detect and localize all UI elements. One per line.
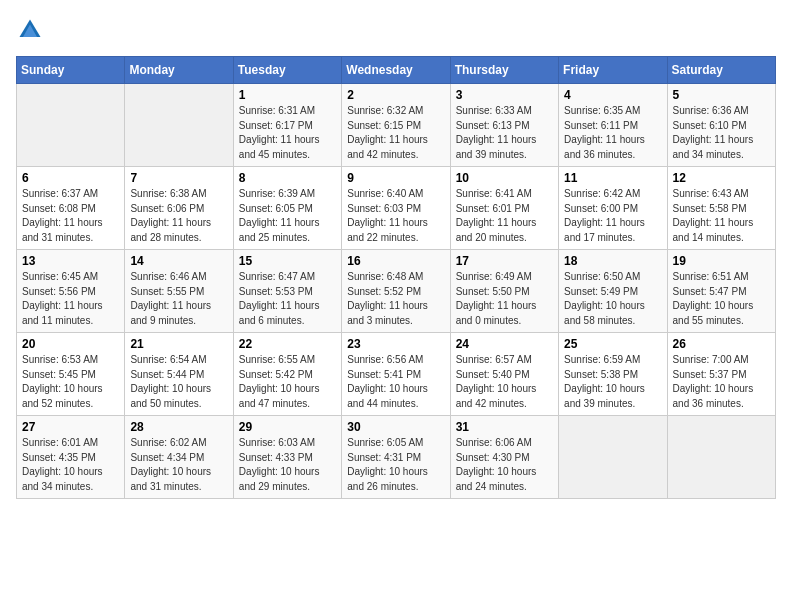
week-row-2: 6Sunrise: 6:37 AM Sunset: 6:08 PM Daylig…: [17, 167, 776, 250]
calendar-cell: 25Sunrise: 6:59 AM Sunset: 5:38 PM Dayli…: [559, 333, 667, 416]
day-number: 24: [456, 337, 553, 351]
weekday-thursday: Thursday: [450, 57, 558, 84]
day-info: Sunrise: 6:53 AM Sunset: 5:45 PM Dayligh…: [22, 353, 119, 411]
day-info: Sunrise: 6:54 AM Sunset: 5:44 PM Dayligh…: [130, 353, 227, 411]
day-info: Sunrise: 6:01 AM Sunset: 4:35 PM Dayligh…: [22, 436, 119, 494]
day-number: 19: [673, 254, 770, 268]
weekday-friday: Friday: [559, 57, 667, 84]
day-number: 28: [130, 420, 227, 434]
day-info: Sunrise: 6:57 AM Sunset: 5:40 PM Dayligh…: [456, 353, 553, 411]
day-info: Sunrise: 6:55 AM Sunset: 5:42 PM Dayligh…: [239, 353, 336, 411]
calendar-header: SundayMondayTuesdayWednesdayThursdayFrid…: [17, 57, 776, 84]
page-header: [16, 16, 776, 44]
day-info: Sunrise: 6:32 AM Sunset: 6:15 PM Dayligh…: [347, 104, 444, 162]
day-info: Sunrise: 6:48 AM Sunset: 5:52 PM Dayligh…: [347, 270, 444, 328]
day-info: Sunrise: 6:51 AM Sunset: 5:47 PM Dayligh…: [673, 270, 770, 328]
day-info: Sunrise: 6:49 AM Sunset: 5:50 PM Dayligh…: [456, 270, 553, 328]
calendar-cell: 22Sunrise: 6:55 AM Sunset: 5:42 PM Dayli…: [233, 333, 341, 416]
day-info: Sunrise: 7:00 AM Sunset: 5:37 PM Dayligh…: [673, 353, 770, 411]
week-row-1: 1Sunrise: 6:31 AM Sunset: 6:17 PM Daylig…: [17, 84, 776, 167]
calendar-cell: [17, 84, 125, 167]
day-number: 11: [564, 171, 661, 185]
calendar-cell: 27Sunrise: 6:01 AM Sunset: 4:35 PM Dayli…: [17, 416, 125, 499]
calendar-cell: 24Sunrise: 6:57 AM Sunset: 5:40 PM Dayli…: [450, 333, 558, 416]
calendar-cell: 20Sunrise: 6:53 AM Sunset: 5:45 PM Dayli…: [17, 333, 125, 416]
day-number: 12: [673, 171, 770, 185]
day-number: 23: [347, 337, 444, 351]
day-info: Sunrise: 6:46 AM Sunset: 5:55 PM Dayligh…: [130, 270, 227, 328]
week-row-5: 27Sunrise: 6:01 AM Sunset: 4:35 PM Dayli…: [17, 416, 776, 499]
weekday-sunday: Sunday: [17, 57, 125, 84]
week-row-4: 20Sunrise: 6:53 AM Sunset: 5:45 PM Dayli…: [17, 333, 776, 416]
day-number: 20: [22, 337, 119, 351]
day-number: 16: [347, 254, 444, 268]
day-number: 5: [673, 88, 770, 102]
day-info: Sunrise: 6:50 AM Sunset: 5:49 PM Dayligh…: [564, 270, 661, 328]
calendar-cell: 30Sunrise: 6:05 AM Sunset: 4:31 PM Dayli…: [342, 416, 450, 499]
calendar-cell: 12Sunrise: 6:43 AM Sunset: 5:58 PM Dayli…: [667, 167, 775, 250]
day-number: 9: [347, 171, 444, 185]
day-number: 14: [130, 254, 227, 268]
day-number: 1: [239, 88, 336, 102]
week-row-3: 13Sunrise: 6:45 AM Sunset: 5:56 PM Dayli…: [17, 250, 776, 333]
calendar-cell: 31Sunrise: 6:06 AM Sunset: 4:30 PM Dayli…: [450, 416, 558, 499]
calendar-cell: 19Sunrise: 6:51 AM Sunset: 5:47 PM Dayli…: [667, 250, 775, 333]
day-number: 3: [456, 88, 553, 102]
day-info: Sunrise: 6:42 AM Sunset: 6:00 PM Dayligh…: [564, 187, 661, 245]
day-number: 6: [22, 171, 119, 185]
day-info: Sunrise: 6:37 AM Sunset: 6:08 PM Dayligh…: [22, 187, 119, 245]
calendar-cell: 29Sunrise: 6:03 AM Sunset: 4:33 PM Dayli…: [233, 416, 341, 499]
day-info: Sunrise: 6:40 AM Sunset: 6:03 PM Dayligh…: [347, 187, 444, 245]
day-info: Sunrise: 6:35 AM Sunset: 6:11 PM Dayligh…: [564, 104, 661, 162]
calendar-cell: 9Sunrise: 6:40 AM Sunset: 6:03 PM Daylig…: [342, 167, 450, 250]
day-number: 30: [347, 420, 444, 434]
calendar-cell: [667, 416, 775, 499]
day-number: 22: [239, 337, 336, 351]
day-number: 17: [456, 254, 553, 268]
day-number: 18: [564, 254, 661, 268]
day-number: 2: [347, 88, 444, 102]
calendar-cell: 21Sunrise: 6:54 AM Sunset: 5:44 PM Dayli…: [125, 333, 233, 416]
day-number: 26: [673, 337, 770, 351]
day-number: 15: [239, 254, 336, 268]
calendar-cell: 5Sunrise: 6:36 AM Sunset: 6:10 PM Daylig…: [667, 84, 775, 167]
calendar-cell: 10Sunrise: 6:41 AM Sunset: 6:01 PM Dayli…: [450, 167, 558, 250]
day-info: Sunrise: 6:39 AM Sunset: 6:05 PM Dayligh…: [239, 187, 336, 245]
day-info: Sunrise: 6:41 AM Sunset: 6:01 PM Dayligh…: [456, 187, 553, 245]
day-info: Sunrise: 6:05 AM Sunset: 4:31 PM Dayligh…: [347, 436, 444, 494]
day-info: Sunrise: 6:31 AM Sunset: 6:17 PM Dayligh…: [239, 104, 336, 162]
day-info: Sunrise: 6:38 AM Sunset: 6:06 PM Dayligh…: [130, 187, 227, 245]
calendar-cell: 2Sunrise: 6:32 AM Sunset: 6:15 PM Daylig…: [342, 84, 450, 167]
day-number: 10: [456, 171, 553, 185]
calendar-cell: 13Sunrise: 6:45 AM Sunset: 5:56 PM Dayli…: [17, 250, 125, 333]
day-number: 27: [22, 420, 119, 434]
calendar-cell: 18Sunrise: 6:50 AM Sunset: 5:49 PM Dayli…: [559, 250, 667, 333]
calendar-cell: 11Sunrise: 6:42 AM Sunset: 6:00 PM Dayli…: [559, 167, 667, 250]
calendar-cell: 15Sunrise: 6:47 AM Sunset: 5:53 PM Dayli…: [233, 250, 341, 333]
day-info: Sunrise: 6:56 AM Sunset: 5:41 PM Dayligh…: [347, 353, 444, 411]
calendar-cell: 26Sunrise: 7:00 AM Sunset: 5:37 PM Dayli…: [667, 333, 775, 416]
calendar-cell: 1Sunrise: 6:31 AM Sunset: 6:17 PM Daylig…: [233, 84, 341, 167]
day-info: Sunrise: 6:59 AM Sunset: 5:38 PM Dayligh…: [564, 353, 661, 411]
calendar-cell: 8Sunrise: 6:39 AM Sunset: 6:05 PM Daylig…: [233, 167, 341, 250]
day-number: 13: [22, 254, 119, 268]
calendar-body: 1Sunrise: 6:31 AM Sunset: 6:17 PM Daylig…: [17, 84, 776, 499]
calendar-table: SundayMondayTuesdayWednesdayThursdayFrid…: [16, 56, 776, 499]
day-info: Sunrise: 6:06 AM Sunset: 4:30 PM Dayligh…: [456, 436, 553, 494]
weekday-tuesday: Tuesday: [233, 57, 341, 84]
weekday-saturday: Saturday: [667, 57, 775, 84]
calendar-cell: 4Sunrise: 6:35 AM Sunset: 6:11 PM Daylig…: [559, 84, 667, 167]
weekday-wednesday: Wednesday: [342, 57, 450, 84]
day-info: Sunrise: 6:36 AM Sunset: 6:10 PM Dayligh…: [673, 104, 770, 162]
day-info: Sunrise: 6:45 AM Sunset: 5:56 PM Dayligh…: [22, 270, 119, 328]
logo-icon: [16, 16, 44, 44]
calendar-cell: 23Sunrise: 6:56 AM Sunset: 5:41 PM Dayli…: [342, 333, 450, 416]
day-info: Sunrise: 6:03 AM Sunset: 4:33 PM Dayligh…: [239, 436, 336, 494]
day-number: 7: [130, 171, 227, 185]
day-number: 31: [456, 420, 553, 434]
weekday-monday: Monday: [125, 57, 233, 84]
calendar-cell: [125, 84, 233, 167]
day-number: 21: [130, 337, 227, 351]
calendar-cell: 16Sunrise: 6:48 AM Sunset: 5:52 PM Dayli…: [342, 250, 450, 333]
calendar-cell: 3Sunrise: 6:33 AM Sunset: 6:13 PM Daylig…: [450, 84, 558, 167]
